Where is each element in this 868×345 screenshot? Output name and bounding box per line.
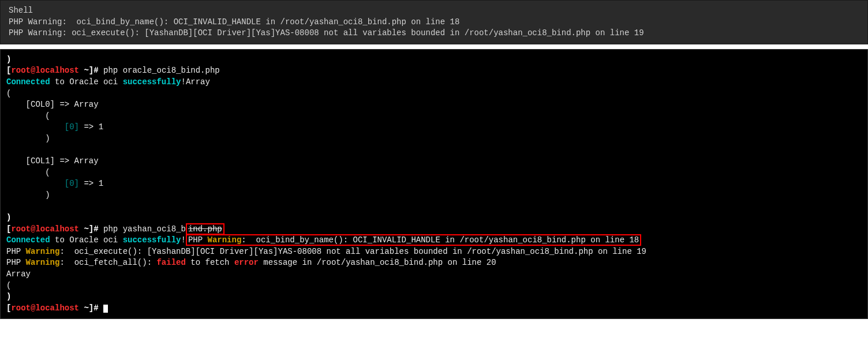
highlighted-error-box: ind.php — [186, 223, 225, 235]
paren: ) — [6, 55, 11, 64]
php-label: PHP — [6, 258, 26, 267]
warning-word: Warning — [26, 247, 60, 256]
paren: ) — [6, 190, 50, 200]
prompt-path: ~ — [79, 224, 89, 234]
successfully-word: successfully — [123, 235, 181, 245]
index-0: [0] — [6, 122, 79, 132]
warning-word: Warning — [26, 258, 60, 267]
prompt-end: ]# — [89, 224, 103, 234]
paren: ( — [6, 89, 11, 98]
col1-label: [COL1] => Array — [6, 156, 99, 166]
successfully-word: successfully — [123, 77, 181, 87]
warning-word: Warning — [208, 235, 242, 245]
php-label: PHP — [188, 235, 208, 245]
colon: : — [241, 235, 256, 245]
prompt-user: root@localhost — [11, 224, 79, 234]
command-1: php oracle_oci8_bind.php — [103, 66, 220, 75]
array-suffix: !Array — [181, 77, 209, 87]
value-1: => 1 — [79, 122, 103, 132]
terminal-output: )[root@localhost ~]# php oracle_oci8_bin… — [0, 49, 868, 320]
colon: : — [59, 258, 69, 267]
warning-3-b: to fetch — [186, 258, 234, 267]
prompt-user: root@localhost — [11, 303, 79, 313]
conn-text: to Oracle oci — [50, 77, 123, 87]
paren: ( — [6, 111, 50, 121]
paren: ) — [6, 213, 11, 222]
connected-word: Connected — [6, 235, 50, 245]
paren: ) — [6, 134, 50, 143]
highlighted-error-boxed: PHP Warning: oci_bind_by_name(): OCI_INV… — [186, 234, 641, 246]
warning-1-msg: oci_bind_by_name(): OCI_INVALID_HANDLE i… — [256, 235, 639, 245]
shell-code-block: ShellPHP Warning: oci_bind_by_name(): OC… — [0, 0, 868, 44]
warning-2-msg: oci_execute(): [YashanDB][OCI Driver][Ya… — [69, 247, 646, 256]
code-line-1: PHP Warning: oci_bind_by_name(): OCI_INV… — [9, 17, 859, 28]
cursor-icon — [103, 305, 108, 313]
code-line-2: PHP Warning: oci_execute(): [YashanDB][O… — [9, 28, 859, 39]
connected-word: Connected — [6, 77, 50, 87]
prompt-end: ]# — [89, 303, 103, 313]
command-2a: php yashan_oci8_b — [103, 224, 186, 234]
paren: ) — [6, 292, 11, 301]
paren: ( — [6, 168, 50, 177]
index-0: [0] — [6, 179, 79, 188]
warning-3-a: oci_fetch_all(): — [69, 258, 156, 267]
value-1: => 1 — [79, 179, 103, 188]
warning-3-c: message in /root/yashan_oci8_bind.php on… — [259, 258, 496, 267]
prompt-path: ~ — [79, 303, 89, 313]
prompt-path: ~ — [79, 66, 89, 75]
error-word: error — [234, 258, 259, 267]
prompt-user: root@localhost — [11, 66, 79, 75]
code-title: Shell — [9, 5, 859, 17]
failed-word: failed — [156, 258, 185, 267]
conn-text: to Oracle oci — [50, 235, 123, 245]
colon: : — [59, 247, 69, 256]
prompt-end: ]# — [89, 66, 103, 75]
col0-label: [COL0] => Array — [6, 100, 99, 109]
php-label: PHP — [6, 247, 26, 256]
command-2b-strike: ind.php — [188, 224, 222, 234]
paren: ( — [6, 281, 11, 290]
array-word: Array — [6, 269, 31, 279]
exclaim: ! — [181, 235, 185, 245]
